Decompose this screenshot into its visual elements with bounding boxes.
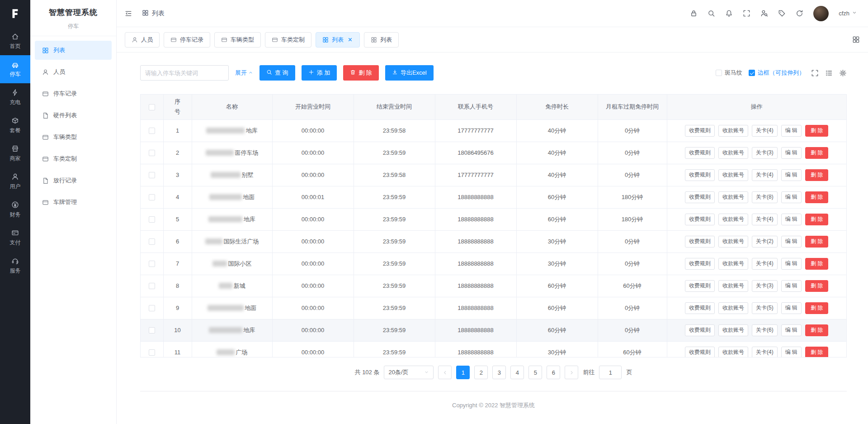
search-input[interactable]	[140, 65, 229, 81]
edit-button[interactable]: 编 辑	[781, 324, 802, 336]
fee-rule-button[interactable]: 收费规则	[685, 169, 715, 181]
edit-button[interactable]: 编 辑	[781, 125, 802, 137]
row-checkbox[interactable]	[149, 128, 155, 134]
user-menu[interactable]: cfzh	[839, 10, 857, 17]
table-fullscreen-button[interactable]	[811, 69, 819, 77]
rail-item-user[interactable]: 用户	[0, 167, 30, 195]
gates-button[interactable]: 关卡(8)	[752, 191, 778, 203]
page-button-3[interactable]: 3	[492, 366, 506, 379]
delete-row-button[interactable]: 删 除	[805, 236, 828, 248]
lock-button[interactable]	[690, 10, 698, 17]
gates-button[interactable]: 关卡(4)	[752, 347, 778, 358]
payment-account-button[interactable]: 收款账号	[718, 214, 748, 225]
fee-rule-button[interactable]: 收费规则	[685, 191, 715, 203]
edit-button[interactable]: 编 辑	[781, 147, 802, 159]
payment-account-button[interactable]: 收款账号	[718, 147, 748, 159]
add-button[interactable]: 添 加	[302, 65, 337, 81]
delete-row-button[interactable]: 删 除	[805, 280, 828, 292]
page-button-1[interactable]: 1	[456, 366, 470, 379]
sidebar-item-plate[interactable]: 车牌管理	[35, 193, 112, 212]
delete-row-button[interactable]: 删 除	[805, 147, 828, 159]
fee-rule-button[interactable]: 收费规则	[685, 324, 715, 336]
edit-button[interactable]: 编 辑	[781, 169, 802, 181]
delete-row-button[interactable]: 删 除	[805, 125, 828, 137]
delete-row-button[interactable]: 删 除	[805, 347, 828, 358]
search-button[interactable]	[708, 10, 715, 17]
table-settings-button[interactable]	[839, 69, 847, 77]
border-toggle[interactable]: 边框（可拉伸列）	[749, 69, 805, 77]
delete-row-button[interactable]: 删 除	[805, 302, 828, 314]
row-checkbox[interactable]	[149, 238, 155, 245]
sidebar-item-records[interactable]: 停车记录	[35, 84, 112, 103]
close-icon[interactable]	[347, 37, 353, 43]
payment-account-button[interactable]: 收款账号	[718, 191, 748, 203]
usersearch-button[interactable]	[760, 10, 768, 17]
tab-列表-4[interactable]: 列表	[316, 32, 360, 48]
edit-button[interactable]: 编 辑	[781, 258, 802, 270]
row-checkbox[interactable]	[149, 194, 155, 200]
sidebar-item-vclass[interactable]: 车类定制	[35, 149, 112, 168]
select-all-checkbox[interactable]	[149, 104, 155, 110]
gates-button[interactable]: 关卡(4)	[752, 258, 778, 270]
row-checkbox[interactable]	[149, 261, 155, 267]
prev-page-button[interactable]	[438, 366, 452, 379]
sidebar-item-release[interactable]: 放行记录	[35, 171, 112, 190]
gates-button[interactable]: 关卡(3)	[752, 147, 778, 159]
rail-item-finance[interactable]: 财务	[0, 195, 30, 224]
page-button-2[interactable]: 2	[474, 366, 488, 379]
expand-button[interactable]	[743, 10, 750, 17]
fee-rule-button[interactable]: 收费规则	[685, 125, 715, 137]
page-button-5[interactable]: 5	[528, 366, 542, 379]
row-checkbox[interactable]	[149, 150, 155, 156]
rail-item-service[interactable]: 服务	[0, 252, 30, 280]
payment-account-button[interactable]: 收款账号	[718, 302, 748, 314]
zebra-checkbox[interactable]	[716, 70, 722, 76]
page-button-6[interactable]: 6	[547, 366, 560, 379]
sidebar-item-vtype[interactable]: 车辆类型	[35, 128, 112, 147]
border-checkbox[interactable]	[749, 70, 755, 76]
tab-停车记录-1[interactable]: 停车记录	[164, 32, 210, 48]
payment-account-button[interactable]: 收款账号	[718, 280, 748, 292]
tab-options-button[interactable]	[852, 36, 860, 43]
row-checkbox[interactable]	[149, 349, 155, 356]
tag-button[interactable]	[778, 10, 786, 17]
refresh-button[interactable]	[796, 10, 803, 17]
tab-车辆类型-2[interactable]: 车辆类型	[214, 32, 261, 48]
delete-row-button[interactable]: 删 除	[805, 169, 828, 181]
avatar[interactable]	[813, 6, 829, 21]
table-density-button[interactable]	[825, 69, 833, 77]
delete-button[interactable]: 删 除	[343, 65, 379, 81]
export-excel-button[interactable]: 导出Excel	[385, 65, 434, 81]
edit-button[interactable]: 编 辑	[781, 280, 802, 292]
expand-filters-link[interactable]: 展开	[235, 69, 253, 77]
edit-button[interactable]: 编 辑	[781, 214, 802, 225]
edit-button[interactable]: 编 辑	[781, 347, 802, 358]
row-checkbox[interactable]	[149, 216, 155, 223]
payment-account-button[interactable]: 收款账号	[718, 347, 748, 358]
edit-button[interactable]: 编 辑	[781, 236, 802, 248]
row-checkbox[interactable]	[149, 172, 155, 178]
sidebar-item-list[interactable]: 列表	[35, 41, 112, 60]
fee-rule-button[interactable]: 收费规则	[685, 280, 715, 292]
fee-rule-button[interactable]: 收费规则	[685, 302, 715, 314]
row-checkbox[interactable]	[149, 327, 155, 333]
payment-account-button[interactable]: 收款账号	[718, 258, 748, 270]
sidebar-item-hardware[interactable]: 硬件列表	[35, 106, 112, 125]
fee-rule-button[interactable]: 收费规则	[685, 258, 715, 270]
rail-item-parking[interactable]: 停车	[0, 55, 30, 83]
payment-account-button[interactable]: 收款账号	[718, 236, 748, 248]
gates-button[interactable]: 关卡(2)	[752, 236, 778, 248]
page-size-select[interactable]: 20条/页	[384, 366, 434, 379]
delete-row-button[interactable]: 删 除	[805, 191, 828, 203]
tab-车类定制-3[interactable]: 车类定制	[265, 32, 311, 48]
row-checkbox[interactable]	[149, 283, 155, 289]
edit-button[interactable]: 编 辑	[781, 191, 802, 203]
delete-row-button[interactable]: 删 除	[805, 324, 828, 336]
row-checkbox[interactable]	[149, 305, 155, 311]
fee-rule-button[interactable]: 收费规则	[685, 347, 715, 358]
gates-button[interactable]: 关卡(5)	[752, 302, 778, 314]
delete-row-button[interactable]: 删 除	[805, 258, 828, 270]
rail-item-home[interactable]: 首页	[0, 27, 30, 55]
fee-rule-button[interactable]: 收费规则	[685, 236, 715, 248]
query-button[interactable]: 查 询	[259, 65, 295, 81]
